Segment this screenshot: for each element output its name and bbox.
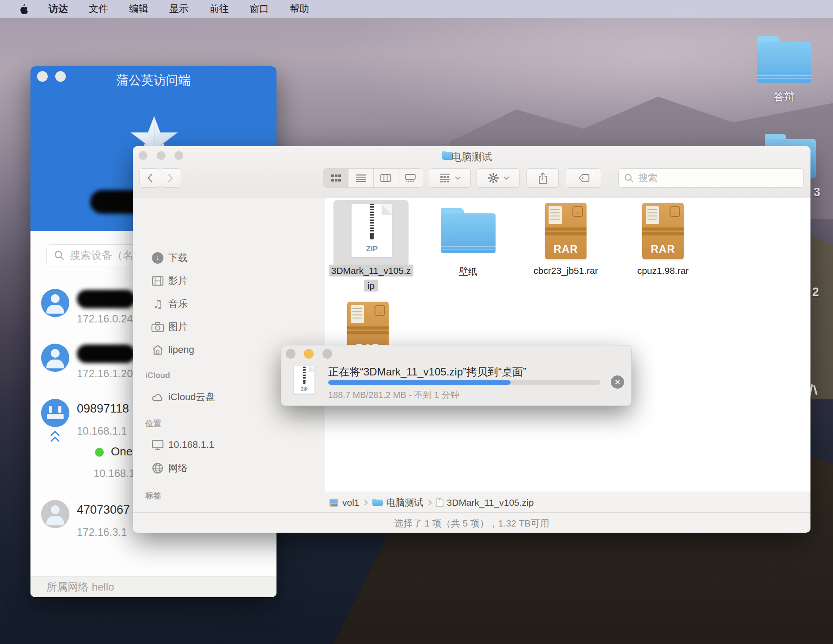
- copy-progress-bar: [328, 380, 600, 385]
- folder-line: [757, 75, 811, 76]
- status-text: 选择了 1 项（共 5 项），1.32 TB可用: [133, 517, 810, 530]
- menu-item-edit[interactable]: 编辑: [129, 2, 148, 15]
- zip-file-icon[interactable]: ZIP: [351, 204, 393, 258]
- chevron-down-icon: [455, 176, 461, 180]
- view-list-button[interactable]: [348, 169, 373, 187]
- sidebar-item-downloads[interactable]: ↓ 下载: [133, 248, 325, 268]
- menu-item-file[interactable]: 文件: [89, 2, 108, 15]
- rar-file-icon[interactable]: ↓ RAR: [545, 203, 587, 259]
- music-note-icon: ♫: [149, 297, 167, 311]
- sidebar-item-music[interactable]: ♫ 音乐: [133, 294, 325, 314]
- file-label[interactable]: 壁纸: [441, 265, 496, 278]
- search-icon: [624, 173, 634, 183]
- rar-file-icon[interactable]: ↓ RAR: [642, 203, 684, 259]
- chevron-right-icon: [364, 500, 368, 506]
- rar-badge-text: RAR: [642, 243, 684, 255]
- menu-item-go[interactable]: 前往: [209, 2, 229, 15]
- apple-logo-icon: [19, 4, 28, 14]
- zip-file-icon: ZIP: [294, 366, 315, 394]
- cloud-icon: [149, 393, 167, 402]
- path-item-folder[interactable]: 电脑测试: [372, 496, 424, 509]
- finder-search-field[interactable]: [618, 168, 804, 188]
- globe-icon: [149, 462, 167, 474]
- menu-item-window[interactable]: 窗口: [250, 2, 269, 15]
- rar-badge-text: RAR: [545, 243, 587, 255]
- file-label[interactable]: cpuz1.98.rar: [625, 265, 701, 276]
- sidebar-item-label: 下载: [168, 251, 188, 265]
- device-avatar-icon: [41, 289, 69, 317]
- menu-item-app[interactable]: 访达: [49, 2, 68, 15]
- device-ip: 172.16.0.24: [77, 313, 133, 325]
- device-ip: 10.168.1.1: [77, 425, 127, 437]
- sidebar-item-pictures[interactable]: 图片: [133, 317, 325, 337]
- file-label[interactable]: cbcr23_jb51.rar: [527, 265, 604, 276]
- tag-button[interactable]: [566, 168, 601, 188]
- apple-menu[interactable]: [19, 4, 28, 14]
- device-search-placeholder: 搜索设备（名: [70, 248, 133, 262]
- search-icon: [54, 250, 64, 261]
- file-label-line2[interactable]: ip: [325, 280, 417, 291]
- router-avatar-icon: [41, 399, 69, 427]
- device-ip: 172.16.3.1: [77, 526, 127, 538]
- action-gear-button[interactable]: [477, 168, 520, 188]
- close-button[interactable]: [286, 349, 295, 359]
- sidebar-item-tag-red[interactable]: 红色: [133, 508, 325, 512]
- folder-line: [757, 78, 811, 79]
- view-mode-control: [323, 168, 423, 188]
- sidebar-item-network[interactable]: 网络: [133, 458, 325, 478]
- desktop-label-fragment-3: 3: [814, 186, 820, 199]
- pgy-footer: 所属网络 hello: [30, 576, 276, 597]
- minimize-button[interactable]: [304, 349, 314, 359]
- sidebar-item-label: 影片: [168, 274, 188, 288]
- film-icon: [149, 276, 167, 286]
- redacted-device-name: [77, 290, 135, 308]
- share-icon: [538, 172, 548, 184]
- menu-item-view[interactable]: 显示: [169, 2, 189, 15]
- sidebar-item-label: 10.168.1.1: [168, 439, 214, 451]
- view-columns-button[interactable]: [374, 169, 398, 187]
- device-avatar-icon: [41, 500, 69, 528]
- desktop-label-fragment: [809, 383, 818, 397]
- document-icon: [436, 498, 443, 507]
- desktop-folder-dabian[interactable]: [757, 36, 811, 83]
- desktop-label-fragment-2: 2: [812, 285, 819, 299]
- view-icons-button[interactable]: [324, 169, 348, 187]
- tag-icon: [577, 173, 590, 183]
- view-gallery-button[interactable]: [398, 169, 423, 187]
- camera-icon: [149, 322, 167, 332]
- sidebar-section-locations: 位置: [145, 418, 161, 429]
- zoom-button[interactable]: [322, 349, 332, 359]
- path-item-volume[interactable]: vol1: [329, 497, 360, 508]
- finder-window-title: 电脑测试: [133, 150, 810, 164]
- chevron-up-icon: [50, 436, 60, 446]
- sidebar-item-label: iCloud云盘: [168, 390, 215, 404]
- desktop-folder-dabian-label[interactable]: 答辩: [757, 90, 811, 104]
- server-icon: [329, 498, 339, 507]
- desktop: 答辩 3 2 蒲公英访问端 搜索设备（名: [0, 0, 833, 644]
- redacted-device-name: [77, 345, 135, 363]
- home-icon: [149, 345, 167, 355]
- sidebar-item-movies[interactable]: 影片: [133, 271, 325, 291]
- path-item-file[interactable]: 3DMark_11_v105.zip: [436, 497, 534, 508]
- device-avatar-icon: [41, 344, 69, 372]
- display-icon: [149, 439, 167, 450]
- cancel-copy-button[interactable]: ✕: [611, 375, 624, 389]
- share-button[interactable]: [526, 168, 559, 188]
- forward-button[interactable]: [160, 168, 181, 188]
- finder-window: 电脑测试: [133, 146, 810, 532]
- sidebar-item-server[interactable]: 10.168.1.1: [133, 435, 325, 455]
- device-ip: 172.16.1.20: [77, 367, 133, 380]
- online-status-dot: [95, 448, 104, 457]
- sidebar-item-label: 图片: [168, 320, 188, 333]
- group-by-button[interactable]: [429, 168, 471, 188]
- copy-progress-status: 188.7 MB/281.2 MB - 不到 1 分钟: [328, 389, 459, 401]
- back-button[interactable]: [139, 168, 160, 188]
- finder-search-input[interactable]: [637, 172, 785, 184]
- folder-body: [757, 42, 811, 83]
- pgy-network-label: 所属网络 hello: [46, 580, 114, 594]
- download-icon: ↓: [149, 252, 167, 264]
- folder-icon-wallpapers[interactable]: [441, 208, 496, 253]
- menu-item-help[interactable]: 帮助: [290, 2, 309, 15]
- sidebar-item-label: 音乐: [168, 297, 188, 311]
- file-label[interactable]: 3DMark_11_v105.z: [325, 265, 417, 276]
